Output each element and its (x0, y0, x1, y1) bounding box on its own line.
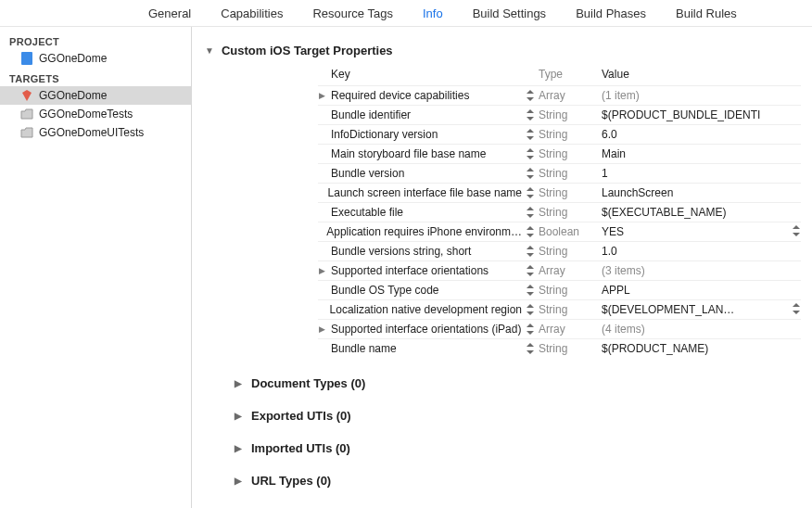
disclosure-triangle-right-icon[interactable]: ▶ (318, 266, 325, 275)
plist-value-cell[interactable]: $(DEVELOPMENT_LAN… (602, 302, 801, 318)
tab-resource-tags[interactable]: Resource Tags (312, 6, 392, 20)
plist-key-cell[interactable]: Bundle version (318, 167, 522, 180)
disclosure-triangle-right-icon[interactable]: ▶ (318, 324, 325, 334)
plist-row[interactable]: ▶Supported interface orientations (iPad)… (318, 319, 801, 338)
tab-info[interactable]: Info (423, 6, 443, 20)
plist-row[interactable]: Bundle versions string, shortString1.0 (318, 241, 801, 260)
plist-key-label: Supported interface orientations (iPad) (331, 323, 521, 336)
value-popup-stepper-icon[interactable] (792, 224, 801, 240)
key-popup-stepper-icon[interactable] (522, 284, 539, 297)
sidebar-section-targets: TARGETS (0, 68, 191, 86)
plist-key-cell[interactable]: ▶Supported interface orientations (iPad) (318, 323, 522, 336)
sidebar-target-item[interactable]: GGOneDomeTests (0, 105, 191, 123)
key-popup-stepper-icon[interactable] (522, 342, 539, 355)
tab-build-phases[interactable]: Build Phases (576, 6, 646, 20)
plist-type-cell[interactable]: Array (539, 264, 602, 277)
plist-row[interactable]: Bundle nameString$(PRODUCT_NAME) (318, 338, 801, 358)
plist-key-cell[interactable]: Bundle name (318, 342, 522, 355)
plist-row[interactable]: ▶Required device capabilitiesArray(1 ite… (318, 85, 801, 105)
plist-type-cell[interactable]: String (539, 303, 602, 316)
plist-row[interactable]: Launch screen interface file base nameSt… (318, 183, 801, 202)
plist-key-label: Bundle OS Type code (331, 284, 439, 297)
plist-value-cell[interactable]: $(EXECUTABLE_NAME) (602, 206, 801, 219)
plist-row[interactable]: InfoDictionary versionString6.0 (318, 124, 801, 144)
plist-type-cell[interactable]: String (539, 108, 602, 121)
plist-key-cell[interactable]: Localization native development region (318, 303, 522, 316)
plist-value-cell[interactable]: YES (602, 224, 801, 240)
tab-build-settings[interactable]: Build Settings (473, 6, 547, 20)
plist-type-cell[interactable]: Array (539, 323, 602, 336)
plist-row[interactable]: Localization native development regionSt… (318, 299, 801, 319)
plist-type-cell[interactable]: String (539, 206, 602, 219)
plist-value-cell[interactable]: (1 item) (602, 89, 801, 102)
plist-value-cell[interactable]: $(PRODUCT_BUNDLE_IDENTI (602, 108, 801, 121)
section-exported-utis[interactable]: ▶ Exported UTIs (0) (235, 409, 801, 423)
plist-key-cell[interactable]: Main storyboard file base name (318, 147, 522, 160)
plist-type-cell[interactable]: String (539, 186, 602, 199)
plist-row[interactable]: Bundle versionString1 (318, 163, 801, 183)
plist-value-cell[interactable]: (3 items) (602, 264, 801, 277)
disclosure-triangle-down-icon: ▼ (205, 45, 214, 56)
section-title: Imported UTIs (0) (251, 441, 350, 455)
plist-type-cell[interactable]: String (539, 245, 602, 258)
key-popup-stepper-icon[interactable] (522, 128, 539, 141)
key-popup-stepper-icon[interactable] (522, 225, 539, 238)
plist-row[interactable]: Main storyboard file base nameStringMain (318, 144, 801, 163)
plist-value-cell[interactable]: 1.0 (602, 245, 801, 258)
tab-capabilities[interactable]: Capabilities (221, 6, 283, 20)
key-popup-stepper-icon[interactable] (522, 303, 539, 316)
plist-value-cell[interactable]: APPL (602, 284, 801, 297)
plist-type-cell[interactable]: Array (539, 89, 602, 102)
plist-value-cell[interactable]: Main (602, 147, 801, 160)
plist-key-cell[interactable]: Bundle identifier (318, 108, 522, 121)
plist-key-cell[interactable]: Executable file (318, 206, 522, 219)
key-popup-stepper-icon[interactable] (522, 206, 539, 219)
section-document-types[interactable]: ▶ Document Types (0) (235, 376, 801, 390)
xcodeproj-icon (20, 52, 33, 65)
tab-general[interactable]: General (148, 6, 191, 20)
plist-key-cell[interactable]: ▶Supported interface orientations (318, 264, 522, 277)
section-imported-utis[interactable]: ▶ Imported UTIs (0) (235, 441, 801, 455)
key-popup-stepper-icon[interactable] (522, 89, 539, 102)
plist-row[interactable]: Bundle identifierString$(PRODUCT_BUNDLE_… (318, 105, 801, 124)
plist-key-cell[interactable]: Application requires iPhone environm… (318, 225, 522, 238)
sidebar-target-item[interactable]: GGOneDomeUITests (0, 123, 191, 142)
plist-type-cell[interactable]: String (539, 284, 602, 297)
plist-row[interactable]: ▶Supported interface orientationsArray(3… (318, 260, 801, 280)
plist-key-label: Bundle identifier (331, 108, 411, 121)
plist-row[interactable]: Application requires iPhone environm…Boo… (318, 222, 801, 241)
key-popup-stepper-icon[interactable] (522, 245, 539, 258)
sidebar-target-item[interactable]: GGOneDome (0, 86, 191, 105)
plist-value-cell[interactable]: (4 items) (602, 323, 801, 336)
plist-header-row: Key Type Value (318, 65, 801, 83)
plist-type-cell[interactable]: String (539, 128, 602, 141)
plist-key-cell[interactable]: Bundle versions string, short (318, 245, 522, 258)
plist-value-cell[interactable]: LaunchScreen (602, 186, 801, 199)
section-url-types[interactable]: ▶ URL Types (0) (235, 474, 801, 488)
value-popup-stepper-icon[interactable] (792, 302, 801, 318)
plist-type-cell[interactable]: String (539, 147, 602, 160)
section-custom-ios-props[interactable]: ▼ Custom iOS Target Properties (205, 44, 801, 57)
sidebar-project-item[interactable]: GGOneDome (0, 49, 191, 68)
plist-key-cell[interactable]: ▶Required device capabilities (318, 89, 522, 102)
plist-type-cell[interactable]: String (539, 342, 602, 355)
plist-key-cell[interactable]: Launch screen interface file base name (318, 186, 522, 199)
disclosure-triangle-right-icon[interactable]: ▶ (318, 91, 325, 100)
plist-key-cell[interactable]: Bundle OS Type code (318, 284, 522, 297)
key-popup-stepper-icon[interactable] (522, 167, 539, 180)
plist-value-cell[interactable]: 1 (602, 167, 801, 180)
tab-build-rules[interactable]: Build Rules (676, 6, 737, 20)
plist-value-cell[interactable]: 6.0 (602, 128, 801, 141)
key-popup-stepper-icon[interactable] (522, 147, 539, 160)
plist-row[interactable]: Bundle OS Type codeStringAPPL (318, 280, 801, 299)
plist-type-cell[interactable]: String (539, 167, 602, 180)
key-popup-stepper-icon[interactable] (522, 186, 539, 199)
key-popup-stepper-icon[interactable] (522, 323, 539, 336)
plist-key-cell[interactable]: InfoDictionary version (318, 128, 522, 141)
key-popup-stepper-icon[interactable] (522, 264, 539, 277)
key-popup-stepper-icon[interactable] (522, 108, 539, 121)
plist-value-cell[interactable]: $(PRODUCT_NAME) (602, 342, 801, 355)
plist-value-label: YES (602, 225, 624, 238)
plist-type-cell[interactable]: Boolean (539, 225, 602, 238)
plist-row[interactable]: Executable fileString$(EXECUTABLE_NAME) (318, 202, 801, 222)
